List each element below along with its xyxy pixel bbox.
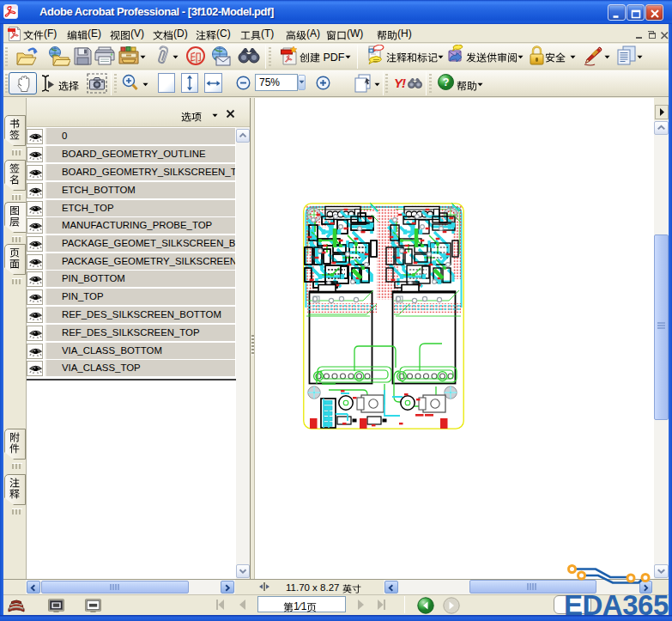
svg-text:?: ? (443, 76, 450, 88)
